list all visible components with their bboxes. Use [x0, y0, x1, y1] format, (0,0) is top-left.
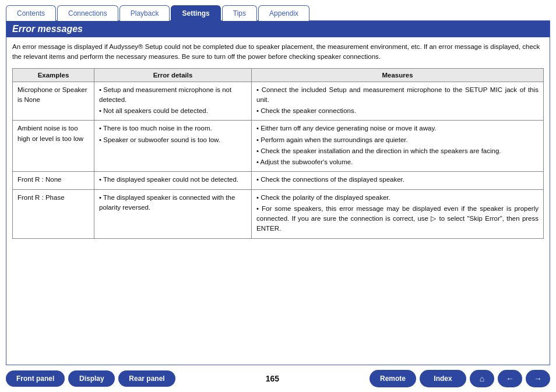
page-number: 165 — [266, 374, 279, 383]
measure-item: For some speakers, this error message ma… — [256, 204, 539, 234]
error-table: Examples Error details Measures Micropho… — [12, 68, 544, 239]
back-icon: ← — [506, 374, 514, 383]
measure-item: Check the speaker installation and the d… — [256, 146, 539, 156]
tab-tips[interactable]: Tips — [222, 5, 257, 21]
table-row: Front R : Phase The displayed speaker is… — [13, 189, 544, 238]
forward-icon: → — [534, 374, 542, 383]
forward-button[interactable]: → — [526, 370, 550, 387]
example-4: Front R : Phase — [13, 189, 94, 238]
measures-2: Either turn off any device generating no… — [252, 121, 544, 172]
details-1: Setup and measurement microphone is not … — [94, 82, 252, 121]
page-title: Error messages — [6, 21, 550, 37]
content-body: An error message is displayed if Audysse… — [6, 37, 550, 365]
measures-3: Check the connections of the displayed s… — [252, 172, 544, 189]
main-content: Error messages An error message is displ… — [6, 20, 550, 365]
example-1: Microphone or Speaker is None — [13, 82, 94, 121]
footer-left-buttons: Front panel Display Rear panel — [6, 370, 175, 387]
table-row: Microphone or Speaker is None Setup and … — [13, 82, 544, 121]
example-3: Front R : None — [13, 172, 94, 189]
footer: Front panel Display Rear panel 165 Remot… — [0, 365, 556, 392]
detail-item: The displayed speaker is connected with … — [99, 193, 247, 213]
intro-text: An error message is displayed if Audysse… — [12, 42, 544, 62]
measure-item: Check the speaker connections. — [256, 106, 539, 116]
tab-navigation: Contents Connections Playback Settings T… — [0, 0, 556, 20]
tab-playback[interactable]: Playback — [119, 5, 170, 21]
detail-item: Setup and measurement microphone is not … — [99, 85, 247, 105]
display-button[interactable]: Display — [68, 370, 115, 387]
front-panel-button[interactable]: Front panel — [6, 370, 65, 387]
tab-connections[interactable]: Connections — [57, 5, 118, 21]
detail-item: Not all speakers could be detected. — [99, 106, 247, 116]
footer-right-buttons: Remote Index ⌂ ← → — [370, 370, 550, 387]
measure-item: Connect the included Setup and measureme… — [256, 85, 539, 105]
tab-contents[interactable]: Contents — [6, 5, 56, 21]
remote-button[interactable]: Remote — [370, 370, 416, 387]
measures-4: Check the polarity of the displayed spea… — [252, 189, 544, 238]
tab-appendix[interactable]: Appendix — [258, 5, 309, 21]
index-button[interactable]: Index — [420, 370, 466, 387]
measure-item: Adjust the subwoofer's volume. — [256, 157, 539, 167]
measures-1: Connect the included Setup and measureme… — [252, 82, 544, 121]
detail-item: There is too much noise in the room. — [99, 123, 247, 133]
rear-panel-button[interactable]: Rear panel — [118, 370, 175, 387]
measure-item: Either turn off any device generating no… — [256, 123, 539, 133]
home-button[interactable]: ⌂ — [470, 370, 494, 387]
measure-item: Check the polarity of the displayed spea… — [256, 193, 539, 203]
detail-item: Speaker or subwoofer sound is too low. — [99, 135, 247, 145]
detail-item: The displayed speaker could not be detec… — [99, 175, 247, 185]
col-header-examples: Examples — [13, 68, 94, 82]
col-header-details: Error details — [94, 68, 252, 82]
col-header-measures: Measures — [252, 68, 544, 82]
home-icon: ⌂ — [480, 374, 484, 383]
measure-item: Check the connections of the displayed s… — [256, 175, 539, 185]
tab-settings[interactable]: Settings — [171, 5, 220, 21]
example-2: Ambient noise is too high or level is to… — [13, 121, 94, 172]
measure-item: Perform again when the surroundings are … — [256, 135, 539, 145]
back-button[interactable]: ← — [498, 370, 522, 387]
details-4: The displayed speaker is connected with … — [94, 189, 252, 238]
details-2: There is too much noise in the room. Spe… — [94, 121, 252, 172]
details-3: The displayed speaker could not be detec… — [94, 172, 252, 189]
table-row: Ambient noise is too high or level is to… — [13, 121, 544, 172]
table-row: Front R : None The displayed speaker cou… — [13, 172, 544, 189]
